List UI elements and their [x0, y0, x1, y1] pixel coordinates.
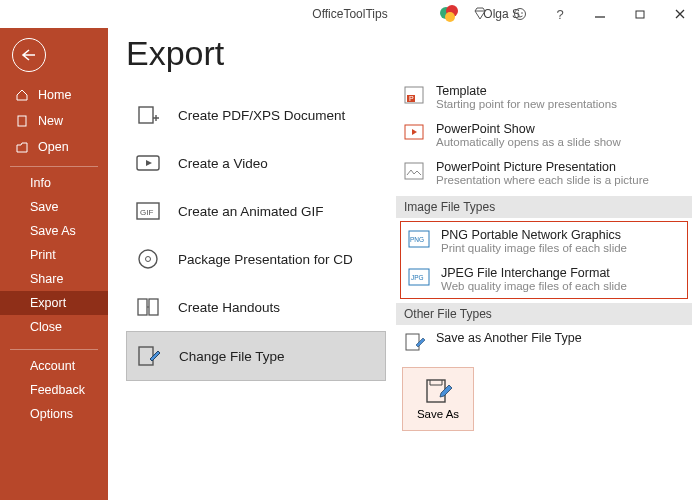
export-gif[interactable]: GIFCreate an Animated GIF [126, 187, 386, 235]
svg-text:P: P [409, 95, 414, 102]
nav-print[interactable]: Print [0, 243, 108, 267]
svg-rect-22 [405, 163, 423, 179]
other-file-icon [402, 331, 426, 353]
video-icon [134, 151, 162, 175]
export-video[interactable]: Create a Video [126, 139, 386, 187]
nav-home[interactable]: Home [0, 82, 108, 108]
nav-close[interactable]: Close [0, 315, 108, 339]
file-type-panel: P TemplateStarting point for new present… [396, 28, 700, 500]
restore-icon[interactable] [620, 0, 660, 28]
save-as-button[interactable]: Save As [402, 367, 474, 431]
filetype-show[interactable]: PowerPoint ShowAutomatically opens as a … [396, 116, 692, 154]
svg-text:PNG: PNG [410, 236, 424, 243]
minimize-icon[interactable] [580, 0, 620, 28]
home-icon [14, 88, 30, 102]
new-icon [14, 114, 30, 128]
nav-new[interactable]: New [0, 108, 108, 134]
png-icon: PNG [407, 228, 431, 250]
export-change-file-type[interactable]: Change File Type [126, 331, 386, 381]
help-icon[interactable]: ? [540, 0, 580, 28]
user-avatar[interactable] [438, 3, 460, 25]
document-title: OfficeToolTips [312, 7, 387, 21]
svg-rect-17 [139, 347, 153, 365]
other-file-types-header: Other File Types [396, 303, 692, 325]
nav-export[interactable]: Export [0, 291, 108, 315]
picture-pres-icon [402, 160, 426, 182]
page-title: Export [126, 34, 386, 73]
save-as-icon [424, 378, 452, 404]
svg-rect-7 [636, 11, 644, 18]
svg-point-5 [521, 12, 523, 14]
svg-rect-27 [406, 334, 419, 350]
svg-point-3 [515, 9, 526, 20]
nav-info[interactable]: Info [0, 171, 108, 195]
filetype-picture-presentation[interactable]: PowerPoint Picture PresentationPresentat… [396, 154, 692, 192]
pdf-icon [134, 103, 162, 127]
export-package-cd[interactable]: Package Presentation for CD [126, 235, 386, 283]
nav-account[interactable]: Account [0, 354, 108, 378]
svg-rect-16 [149, 299, 158, 315]
highlighted-image-types: PNG PNG Portable Network GraphicsPrint q… [400, 221, 688, 299]
filetype-template[interactable]: P TemplateStarting point for new present… [396, 78, 692, 116]
nav-feedback[interactable]: Feedback [0, 378, 108, 402]
cd-icon [134, 247, 162, 271]
svg-rect-8 [18, 116, 26, 126]
svg-point-14 [146, 257, 151, 262]
svg-point-2 [445, 12, 455, 22]
diamond-icon[interactable] [460, 0, 500, 28]
filetype-png[interactable]: PNG PNG Portable Network GraphicsPrint q… [401, 222, 687, 260]
image-file-types-header: Image File Types [396, 196, 692, 218]
nav-options[interactable]: Options [0, 402, 108, 426]
emoji-icon[interactable] [500, 0, 540, 28]
nav-share[interactable]: Share [0, 267, 108, 291]
svg-text:JPG: JPG [411, 274, 424, 281]
nav-open[interactable]: Open [0, 134, 108, 160]
export-pdf-xps[interactable]: Create PDF/XPS Document [126, 91, 386, 139]
jpg-icon: JPG [407, 266, 431, 288]
svg-point-4 [517, 12, 519, 14]
svg-text:GIF: GIF [140, 208, 153, 217]
open-icon [14, 140, 30, 154]
filetype-other[interactable]: Save as Another File Type [396, 325, 692, 359]
nav-save[interactable]: Save [0, 195, 108, 219]
close-icon[interactable] [660, 0, 700, 28]
svg-rect-15 [138, 299, 147, 315]
nav-save-as[interactable]: Save As [0, 219, 108, 243]
backstage-sidebar: Home New Open Info Save Save As Print Sh… [0, 28, 108, 500]
back-button[interactable] [12, 38, 46, 72]
svg-point-13 [139, 250, 157, 268]
change-file-type-icon [135, 344, 163, 368]
template-icon: P [402, 84, 426, 106]
show-icon [402, 122, 426, 144]
handouts-icon [134, 295, 162, 319]
svg-rect-9 [139, 107, 153, 123]
filetype-jpeg[interactable]: JPG JPEG File Interchange FormatWeb qual… [401, 260, 687, 298]
gif-icon: GIF [134, 199, 162, 223]
export-handouts[interactable]: Create Handouts [126, 283, 386, 331]
